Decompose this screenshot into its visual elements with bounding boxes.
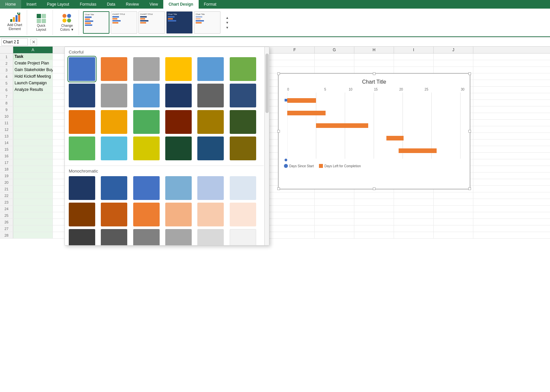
palette-swatch-colorful-1-1[interactable] — [69, 57, 95, 81]
palette-swatch-mono-3-5[interactable] — [197, 229, 224, 245]
palette-swatch-colorful-4-3[interactable] — [133, 137, 160, 160]
cell-j28[interactable] — [434, 54, 473, 60]
cell-a26[interactable] — [13, 219, 53, 225]
cell-j3[interactable] — [434, 219, 473, 225]
cell-a24[interactable] — [13, 206, 53, 212]
cell-f6[interactable] — [275, 199, 315, 205]
palette-swatch-mono-3-6[interactable] — [230, 229, 256, 245]
add-chart-element-button[interactable]: Add ChartElement — [5, 11, 24, 32]
palette-swatch-mono-3-4[interactable] — [165, 229, 192, 245]
cell-j26[interactable] — [434, 67, 473, 73]
cell-g28[interactable] — [315, 54, 354, 60]
cell-g7[interactable] — [315, 192, 354, 199]
cell-a3[interactable]: Gain Stakeholder Buy — [13, 67, 53, 73]
change-colors-button[interactable]: ChangeColors ▼ — [58, 12, 76, 33]
palette-swatch-mono-2-5[interactable] — [197, 203, 224, 226]
palette-swatch-colorful-2-4[interactable] — [165, 84, 192, 107]
palette-swatch-mono-1-2[interactable] — [101, 176, 127, 200]
cell-j27[interactable] — [434, 60, 473, 66]
palette-swatch-colorful-4-5[interactable] — [197, 137, 224, 160]
cell-i4[interactable] — [394, 212, 434, 218]
palette-swatch-mono-1-6[interactable] — [230, 176, 256, 200]
col-header-A[interactable]: A — [13, 47, 53, 53]
tab-review[interactable]: Review — [121, 0, 144, 9]
cell-h28[interactable] — [354, 54, 394, 60]
cell-h1[interactable] — [354, 232, 394, 238]
cell-i6[interactable] — [394, 199, 434, 205]
cell-h27[interactable] — [354, 60, 394, 66]
col-header-J[interactable]: J — [434, 47, 473, 53]
resize-handle-mr[interactable] — [468, 130, 471, 133]
tab-insert[interactable]: Insert — [21, 0, 42, 9]
cell-f27[interactable] — [275, 60, 315, 66]
cell-f28[interactable] — [275, 54, 315, 60]
cell-g5[interactable] — [315, 206, 354, 212]
palette-swatch-colorful-4-1[interactable] — [69, 137, 95, 160]
chart-style-5[interactable]: Chart Title — [194, 11, 220, 34]
palette-scrollbar[interactable] — [264, 47, 269, 245]
palette-swatch-mono-2-3[interactable] — [133, 203, 160, 226]
tab-formulas[interactable]: Formulas — [74, 0, 101, 9]
resize-handle-ml[interactable] — [277, 130, 280, 133]
tab-data[interactable]: Data — [101, 0, 120, 9]
chart-style-4[interactable]: Chart Title — [166, 11, 193, 34]
tab-home[interactable]: Home — [0, 0, 21, 9]
cell-h3[interactable] — [354, 219, 394, 225]
cell-g26[interactable] — [315, 67, 354, 73]
cell-j6[interactable] — [434, 199, 473, 205]
cell-a28[interactable] — [13, 232, 53, 238]
palette-swatch-mono-1-5[interactable] — [197, 176, 224, 200]
cell-h7[interactable] — [354, 192, 394, 199]
cell-j1[interactable] — [434, 232, 473, 238]
cell-a18[interactable] — [13, 166, 53, 172]
cell-g6[interactable] — [315, 199, 354, 205]
cell-a20[interactable] — [13, 179, 53, 185]
tab-page-layout[interactable]: Page Layout — [42, 0, 74, 9]
name-box[interactable]: Chart 2 ▲ ▼ — [1, 38, 28, 46]
chart-styles-scroll-up[interactable]: ▲ — [226, 16, 229, 20]
cell-g3[interactable] — [315, 219, 354, 225]
cell-a12[interactable] — [13, 126, 53, 133]
palette-swatch-colorful-2-3[interactable] — [133, 84, 160, 107]
col-header-I[interactable]: I — [394, 47, 434, 53]
palette-swatch-colorful-4-2[interactable] — [101, 137, 127, 160]
col-header-H[interactable]: H — [354, 47, 394, 53]
cell-a1[interactable]: Task — [13, 54, 53, 60]
chart-style-3[interactable]: CHART TITLE — [138, 11, 165, 34]
cell-i26[interactable] — [394, 67, 434, 73]
cell-a21[interactable] — [13, 186, 53, 192]
resize-handle-bl[interactable] — [277, 187, 280, 190]
cell-j7[interactable] — [434, 192, 473, 199]
cell-f26[interactable] — [275, 67, 315, 73]
palette-swatch-mono-2-2[interactable] — [101, 203, 127, 226]
palette-swatch-mono-2-6[interactable] — [230, 203, 256, 226]
cell-f1[interactable] — [275, 232, 315, 238]
cell-g27[interactable] — [315, 60, 354, 66]
quick-layout-button[interactable]: QuickLayout — [34, 12, 49, 33]
cell-a19[interactable] — [13, 173, 53, 179]
cell-g1[interactable] — [315, 232, 354, 238]
chart-style-2[interactable]: CHART TITLE — [111, 11, 137, 34]
cell-a5[interactable]: Launch Campaign — [13, 80, 53, 86]
chart-styles-expand[interactable]: ▼ — [226, 26, 229, 29]
palette-scroll-area[interactable]: Colorful — [65, 47, 269, 245]
cell-a14[interactable] — [13, 139, 53, 146]
cell-a23[interactable] — [13, 199, 53, 205]
palette-swatch-mono-2-1[interactable] — [69, 203, 95, 226]
cell-h6[interactable] — [354, 199, 394, 205]
palette-swatch-colorful-2-5[interactable] — [197, 84, 224, 107]
cell-a27[interactable] — [13, 225, 53, 232]
palette-swatch-colorful-1-5[interactable] — [197, 57, 224, 81]
palette-swatch-mono-2-4[interactable] — [165, 203, 192, 226]
palette-swatch-colorful-1-3[interactable] — [133, 57, 160, 81]
palette-swatch-colorful-2-1[interactable] — [69, 84, 95, 107]
cell-i1[interactable] — [394, 232, 434, 238]
palette-swatch-colorful-3-3[interactable] — [133, 110, 160, 134]
cell-f7[interactable] — [275, 192, 315, 199]
cell-f5[interactable] — [275, 206, 315, 212]
palette-swatch-mono-3-2[interactable] — [101, 229, 127, 245]
cell-a15[interactable] — [13, 146, 53, 152]
chart-style-1[interactable]: Chart Title — [83, 11, 109, 34]
cell-a4[interactable]: Hold Kickoff Meeting — [13, 73, 53, 80]
resize-handle-tm[interactable] — [373, 72, 375, 75]
